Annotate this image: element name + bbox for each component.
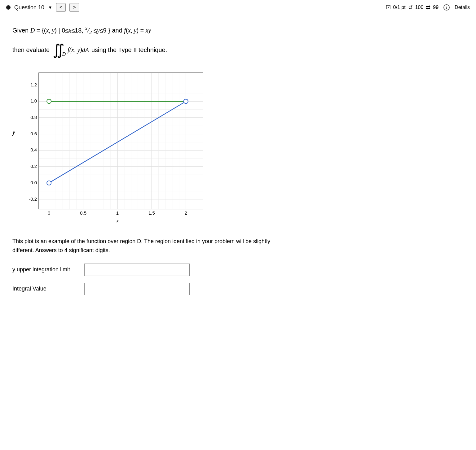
y-upper-input[interactable]: [84, 264, 190, 276]
score-info: ☑ 0/1 pt ↺ 100 ⇄ 99: [386, 4, 439, 11]
details-link[interactable]: Details: [455, 5, 470, 10]
problem-given: Given D = {(x, y) | 0≤x≤18, x/2 ≤y≤9 } a…: [12, 24, 464, 37]
attempts-icon: ↺: [408, 4, 413, 11]
nav-next-button[interactable]: >: [69, 3, 79, 12]
info-icon[interactable]: i: [443, 4, 450, 11]
graph-canvas: [17, 67, 209, 228]
y-upper-label: y upper integration limit: [12, 266, 81, 273]
header-left: Question 10 ▼ < >: [6, 3, 79, 12]
submissions-count: 99: [433, 5, 439, 10]
caption-text: This plot is an example of the function …: [12, 237, 291, 255]
nav-prev-button[interactable]: <: [56, 3, 66, 12]
header-right: ☑ 0/1 pt ↺ 100 ⇄ 99 i Details: [386, 4, 470, 11]
evaluate-prefix: then evaluate: [12, 46, 50, 54]
evaluate-suffix: using the Type II technique.: [91, 46, 167, 54]
y-axis-label: y: [12, 129, 15, 228]
integral-value-input[interactable]: [84, 283, 190, 295]
dropdown-arrow-icon[interactable]: ▼: [48, 5, 52, 10]
attempts-count: 100: [415, 5, 424, 10]
graph-wrapper: [17, 67, 209, 228]
header: Question 10 ▼ < > ☑ 0/1 pt ↺ 100 ⇄ 99 i …: [0, 0, 476, 15]
graph-container: y: [12, 67, 464, 228]
y-upper-field-row: y upper integration limit: [12, 264, 464, 276]
main-content: Given D = {(x, y) | 0≤x≤18, x/2 ≤y≤9 } a…: [0, 15, 476, 311]
submissions-icon: ⇄: [426, 4, 430, 11]
question-dot: [6, 5, 11, 10]
integral-value-field-row: Integral Value: [12, 283, 464, 295]
integral-body: f(x, y)dA: [68, 46, 89, 54]
integral-value-label: Integral Value: [12, 286, 81, 292]
score-display: 0/1 pt: [393, 5, 406, 10]
evaluate-line: then evaluate ∬D f(x, y)dA using the Typ…: [12, 42, 464, 57]
question-label: Question 10: [14, 4, 44, 11]
double-integral-symbol: ∬D: [53, 42, 64, 57]
checkbox-icon: ☑: [386, 4, 391, 11]
